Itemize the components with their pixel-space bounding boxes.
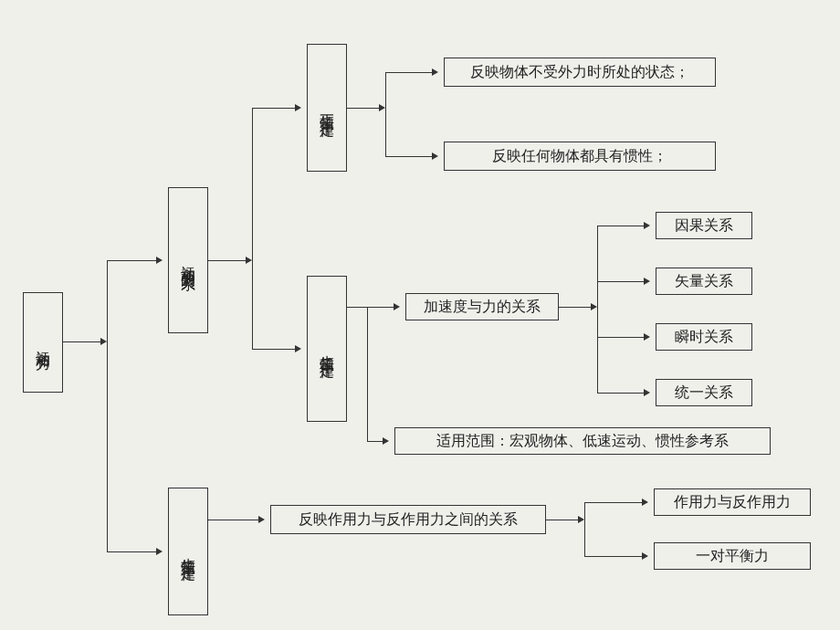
law-1-desc-2: 反映任何物体都具有惯性； bbox=[444, 142, 716, 171]
connector bbox=[367, 307, 368, 441]
connector bbox=[367, 441, 383, 442]
connector bbox=[107, 260, 108, 552]
law-2-r4: 统一关系 bbox=[656, 379, 752, 406]
law-2-main: 加速度与力的关系 bbox=[405, 293, 559, 320]
connector bbox=[597, 226, 645, 226]
law-1-desc-1: 反映物体不受外力时所处的状态； bbox=[444, 58, 716, 87]
connector bbox=[584, 502, 643, 503]
law-2-r3: 瞬时关系 bbox=[656, 323, 752, 351]
connector bbox=[546, 520, 579, 520]
connector bbox=[347, 307, 367, 308]
connector bbox=[385, 156, 433, 157]
connector bbox=[584, 556, 643, 557]
connector bbox=[597, 281, 645, 282]
connector bbox=[597, 337, 645, 338]
law-3-main: 反映作用力与反作用力之间的关系 bbox=[270, 505, 546, 534]
law-2: 牛顿第二定律 bbox=[307, 276, 347, 422]
connector bbox=[367, 307, 394, 308]
connector bbox=[208, 520, 259, 520]
connector bbox=[252, 108, 296, 109]
connector bbox=[252, 108, 253, 349]
connector bbox=[107, 551, 157, 552]
connector bbox=[584, 502, 585, 557]
branch-motion-force-relation: 运动和力的关系 bbox=[168, 187, 208, 333]
law-3-r1: 作用力与反作用力 bbox=[654, 488, 811, 516]
law-2-scope: 适用范围：宏观物体、低速运动、惯性参考系 bbox=[394, 427, 771, 455]
connector bbox=[107, 260, 157, 261]
law-3: 牛顿第三定律 bbox=[168, 488, 208, 615]
connector bbox=[252, 349, 296, 350]
law-2-r2: 矢量关系 bbox=[656, 268, 752, 295]
law-3-r2: 一对平衡力 bbox=[654, 542, 811, 570]
connector bbox=[597, 393, 645, 394]
connector bbox=[559, 307, 592, 308]
connector bbox=[385, 72, 386, 157]
law-1: 牛顿第一定律 bbox=[307, 44, 347, 172]
connector bbox=[385, 72, 433, 73]
connector bbox=[347, 108, 380, 109]
connector bbox=[597, 226, 598, 394]
law-2-r1: 因果关系 bbox=[656, 212, 752, 239]
connector bbox=[208, 260, 247, 261]
connector bbox=[63, 341, 101, 342]
root: 运动和力 bbox=[23, 292, 63, 393]
